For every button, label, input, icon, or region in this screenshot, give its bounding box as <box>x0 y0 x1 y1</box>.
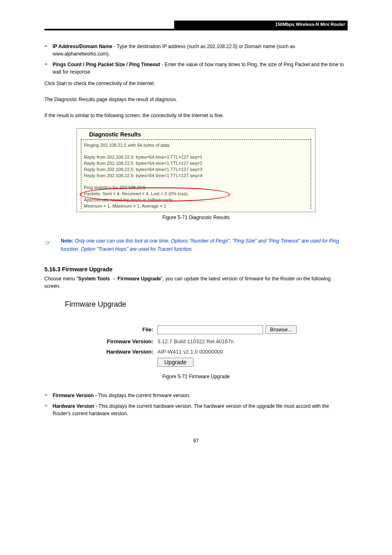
fw-version-value: 3.12.7 Build 110322 Rel.40167n <box>157 338 234 345</box>
note-hand-icon: ☞ <box>44 237 61 254</box>
bullet-arrow-icon: ➢ <box>44 43 53 58</box>
bullet-term: IP Address/Domain Name <box>53 44 112 49</box>
page-header: 150Mbps Wireless-N Mini Router <box>44 21 348 30</box>
bullet-item: ➢ IP Address/Domain Name - Type the dest… <box>44 43 348 58</box>
bullet-item: ➢ Hardware Version - This displays the c… <box>44 402 348 417</box>
note-block: ☞ Note: Only one user can use this tool … <box>44 237 348 254</box>
diag-line: Reply from 202.108.22.5: bytes=64 time=1… <box>84 166 308 173</box>
fw-version-label: Firmware Version: <box>65 338 157 345</box>
bullet-item: ➢ Firmware Version - This displays the c… <box>44 392 348 399</box>
bullet-term: Firmware Version - <box>53 393 97 398</box>
diag-line: Pinging 202.108.22.5 with 64 bytes of da… <box>84 142 308 148</box>
section-description: Choose menu "System Tools → Firmware Upg… <box>44 275 348 290</box>
diag-success-text: If the result is similar to the followin… <box>44 112 348 120</box>
header-title: 150Mbps Wireless-N Mini Router <box>174 21 348 29</box>
browse-button[interactable]: Browse... <box>265 325 297 334</box>
hw-version-label: Hardware Version: <box>65 349 157 355</box>
diagnostic-results-box: Diagnostic Results Pinging 202.108.22.5 … <box>76 128 316 212</box>
fw-file-input[interactable] <box>157 325 263 334</box>
note-text: Only one user can use this tool at one t… <box>61 238 339 252</box>
diag-box-title: Diagnostic Results <box>81 131 311 139</box>
hw-version-value: AIP-W411 v2.1.0 00000000 <box>157 349 223 355</box>
bullet-arrow-icon: ➢ <box>44 392 53 399</box>
diag-line: Reply from 202.108.22.5: bytes=64 time=1… <box>84 154 308 160</box>
bullet-arrow-icon: ➢ <box>44 61 53 76</box>
diag-line: Approximate round trip times in millisec… <box>84 197 308 203</box>
diag-line: Packets: Sent = 4, Received = 4, Lost = … <box>84 191 308 197</box>
figure-caption-572: Figure 5-72 Firmware Upgrade <box>44 374 348 379</box>
page-number: 97 <box>44 438 348 444</box>
section-heading: 5.16.3 Firmware Upgrade <box>44 266 348 273</box>
fw-title: Firmware Upgrade <box>65 300 348 309</box>
fw-file-label: File: <box>65 326 157 333</box>
click-start-text: Click Start to check the connectivity of… <box>44 80 348 88</box>
bullet-term: Hardware Version - <box>53 403 97 409</box>
diag-area-text: The Diagnostic Results page displays the… <box>44 96 348 104</box>
upgrade-button[interactable]: Upgrade <box>157 358 194 367</box>
note-label: Note: <box>61 238 74 244</box>
bullet-arrow-icon: ➢ <box>44 402 53 417</box>
diag-line: Reply from 202.108.22.5: bytes=64 time=1… <box>84 160 308 166</box>
figure-caption-571: Figure 5-71 Diagnostic Results <box>44 215 348 220</box>
diag-line: Reply from 202.108.22.5: bytes=64 time=1… <box>84 173 308 179</box>
diag-line: Ping statistics for 202.108.22.5 <box>84 185 308 191</box>
bullet-desc: This displays the current firmware versi… <box>97 393 190 398</box>
diag-line: Minimum = 1, Maximum = 1, Average = 1 <box>84 203 308 209</box>
bullet-term: Pings Count / Ping Packet Size / Ping Ti… <box>53 62 160 67</box>
firmware-upgrade-panel: Firmware Upgrade File: Browse... Firmwar… <box>65 300 348 365</box>
bullet-item: ➢ Pings Count / Ping Packet Size / Ping … <box>44 61 348 76</box>
